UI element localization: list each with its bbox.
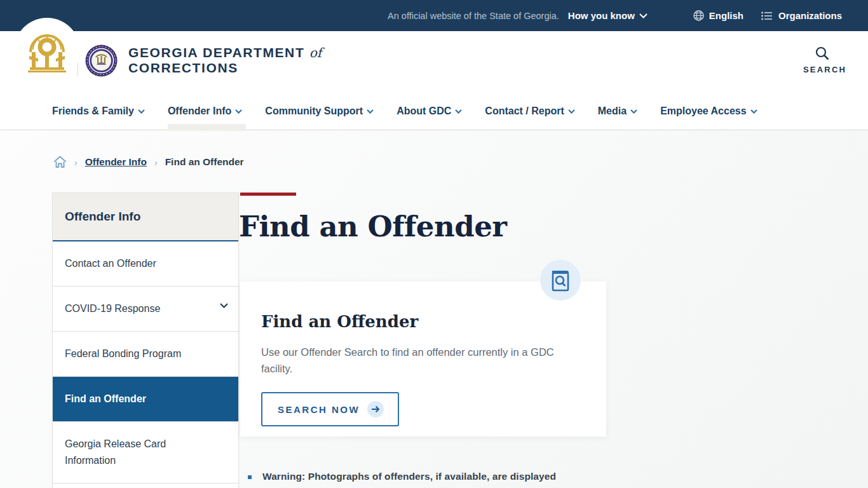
search-now-label: SEARCH NOW	[278, 404, 360, 415]
chevron-down-icon	[568, 109, 575, 114]
georgia-arch-logo[interactable]	[14, 18, 80, 84]
gdc-seal	[85, 44, 118, 77]
official-top-bar: An official website of the State of Geor…	[0, 0, 868, 31]
chevron-down-icon	[639, 13, 648, 18]
official-website-text: An official website of the State of Geor…	[388, 11, 559, 21]
nav-item-media[interactable]: Media	[598, 105, 637, 117]
nav-item-about-gdc[interactable]: About GDC	[397, 105, 462, 117]
arch-icon	[24, 28, 70, 74]
breadcrumb: › Offender Info › Find an Offender	[53, 156, 244, 168]
breadcrumb-offender-info[interactable]: Offender Info	[85, 156, 147, 168]
sidebar-item-find-an-offender[interactable]: Find an Offender	[53, 377, 238, 422]
site-header: GEORGIA DEPARTMENT of CORRECTIONS SEARCH	[0, 31, 868, 92]
breadcrumb-separator: ›	[154, 158, 158, 168]
agency-name[interactable]: GEORGIA DEPARTMENT of CORRECTIONS	[128, 45, 322, 76]
page-title: Find an Offender	[239, 210, 507, 243]
how-you-know-toggle[interactable]: How you know	[568, 10, 648, 21]
search-now-button[interactable]: SEARCH NOW	[261, 392, 399, 426]
search-label: SEARCH	[803, 65, 841, 74]
page-content: › Offender Info › Find an Offender Offen…	[0, 130, 868, 488]
breadcrumb-current: Find an Offender	[165, 156, 244, 168]
chevron-down-icon	[367, 109, 374, 114]
find-offender-card: Find an Offender Use our Offender Search…	[240, 281, 606, 437]
organizations-menu[interactable]: Organizations	[761, 10, 842, 21]
sidebar-item-incarcerated-veterans[interactable]: Incarcerated Veterans	[53, 484, 238, 488]
warning-text: Warning: Photographs of offenders, if av…	[262, 471, 556, 482]
arrow-right-icon	[367, 401, 384, 417]
sidebar-item-georgia-release-card[interactable]: Georgia Release Card Information	[53, 422, 238, 484]
card-description: Use our Offender Search to find an offen…	[261, 344, 573, 377]
document-search-badge	[540, 260, 581, 301]
nav-item-contact-report[interactable]: Contact / Report	[485, 105, 574, 117]
warning-list-item: Warning: Photographs of offenders, if av…	[248, 471, 556, 482]
chevron-down-icon	[220, 303, 228, 308]
nav-item-employee-access[interactable]: Employee Access	[660, 105, 757, 117]
chevron-down-icon	[235, 109, 242, 114]
chevron-down-icon	[750, 109, 757, 114]
globe-icon	[693, 10, 704, 21]
language-selector[interactable]: English	[693, 10, 743, 21]
breadcrumb-separator: ›	[74, 158, 78, 168]
list-icon	[761, 11, 773, 20]
language-label: English	[709, 10, 743, 21]
sidebar-offender-info: Offender Info Contact an Offender COVID-…	[52, 193, 239, 488]
chevron-down-icon	[630, 109, 637, 114]
chevron-down-icon	[138, 109, 145, 114]
how-you-know-label: How you know	[568, 10, 635, 21]
chevron-down-icon	[455, 109, 462, 114]
home-icon[interactable]	[53, 156, 67, 168]
card-title: Find an Offender	[261, 312, 585, 331]
nav-item-offender-info[interactable]: Offender Info	[168, 105, 242, 117]
nav-item-friends-family[interactable]: Friends & Family	[52, 105, 145, 117]
title-accent-bar	[240, 193, 296, 196]
site-search-button[interactable]: SEARCH	[803, 46, 841, 74]
sidebar-item-contact-an-offender[interactable]: Contact an Offender	[53, 241, 238, 287]
primary-nav: Friends & Family Offender Info Community…	[0, 92, 868, 130]
sidebar-item-covid-19-response[interactable]: COVID-19 Response	[53, 287, 238, 332]
organizations-label: Organizations	[778, 10, 842, 21]
sidebar-title: Offender Info	[53, 193, 238, 241]
nav-item-community-support[interactable]: Community Support	[265, 105, 374, 117]
sidebar-item-federal-bonding-program[interactable]: Federal Bonding Program	[53, 332, 238, 377]
document-search-icon	[550, 268, 571, 292]
search-icon	[815, 46, 830, 61]
bullet-icon	[248, 475, 252, 479]
